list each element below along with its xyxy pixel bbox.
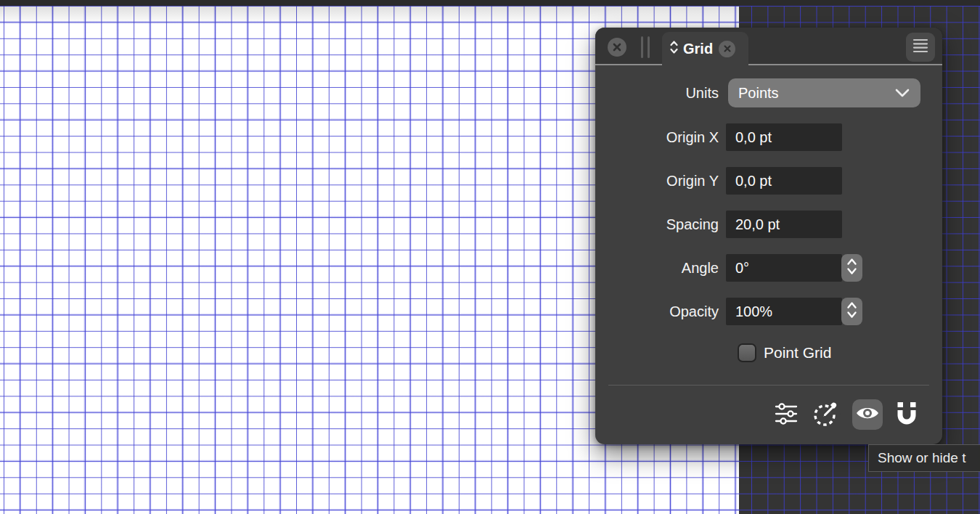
toolbar-separator bbox=[608, 385, 929, 386]
tab-close-button[interactable] bbox=[719, 41, 735, 57]
units-dropdown[interactable]: Points bbox=[728, 78, 920, 107]
adjust-sliders-icon bbox=[774, 401, 799, 429]
chevron-up-down-icon bbox=[669, 40, 679, 57]
tooltip: Show or hide t bbox=[868, 444, 980, 472]
angle-dial-pen-icon bbox=[810, 399, 841, 432]
magnet-icon bbox=[895, 401, 918, 429]
tab-grid[interactable]: Grid bbox=[662, 32, 748, 65]
origin-y-field[interactable]: 0,0 pt bbox=[726, 167, 842, 195]
opacity-field[interactable]: 100% bbox=[726, 298, 842, 325]
opacity-stepper[interactable] bbox=[841, 298, 862, 325]
panel-title: Grid bbox=[683, 41, 713, 57]
units-dropdown-value: Points bbox=[738, 85, 894, 102]
hamburger-menu-icon bbox=[912, 37, 929, 57]
window-top-strip bbox=[0, 0, 980, 6]
units-label: Units bbox=[595, 79, 719, 107]
close-icon bbox=[723, 44, 732, 53]
snap-to-grid-button[interactable] bbox=[892, 401, 921, 430]
point-grid-label: Point Grid bbox=[764, 339, 831, 367]
origin-x-field[interactable]: 0,0 pt bbox=[726, 123, 842, 151]
angle-stepper[interactable] bbox=[841, 254, 862, 282]
point-grid-checkbox[interactable] bbox=[738, 343, 756, 362]
grid-settings-button[interactable] bbox=[772, 401, 801, 430]
angle-field[interactable]: 0° bbox=[726, 254, 842, 282]
panel-menu-button[interactable] bbox=[906, 33, 935, 62]
spacing-label: Spacing bbox=[595, 211, 719, 238]
origin-y-label: Origin Y bbox=[595, 167, 719, 195]
panel-drag-divider[interactable] bbox=[641, 36, 650, 58]
show-hide-grid-button[interactable] bbox=[852, 399, 883, 430]
stepper-up-down-icon bbox=[846, 301, 858, 322]
grid-panel: Grid Units Points Origin X 0,0 pt Origin… bbox=[595, 28, 942, 444]
origin-x-label: Origin X bbox=[595, 123, 719, 151]
stepper-up-down-icon bbox=[846, 257, 858, 279]
angle-label: Angle bbox=[595, 254, 719, 282]
isometric-grid-button[interactable] bbox=[809, 399, 841, 431]
spacing-field[interactable]: 20,0 pt bbox=[726, 211, 842, 238]
grid-panel-header bbox=[595, 28, 942, 64]
artboard-top-shadow bbox=[0, 6, 739, 25]
eye-icon bbox=[855, 404, 880, 425]
panel-close-button[interactable] bbox=[608, 38, 626, 57]
header-separator bbox=[595, 64, 942, 65]
close-icon bbox=[612, 42, 622, 52]
opacity-label: Opacity bbox=[595, 298, 719, 325]
chevron-down-icon bbox=[894, 85, 910, 102]
